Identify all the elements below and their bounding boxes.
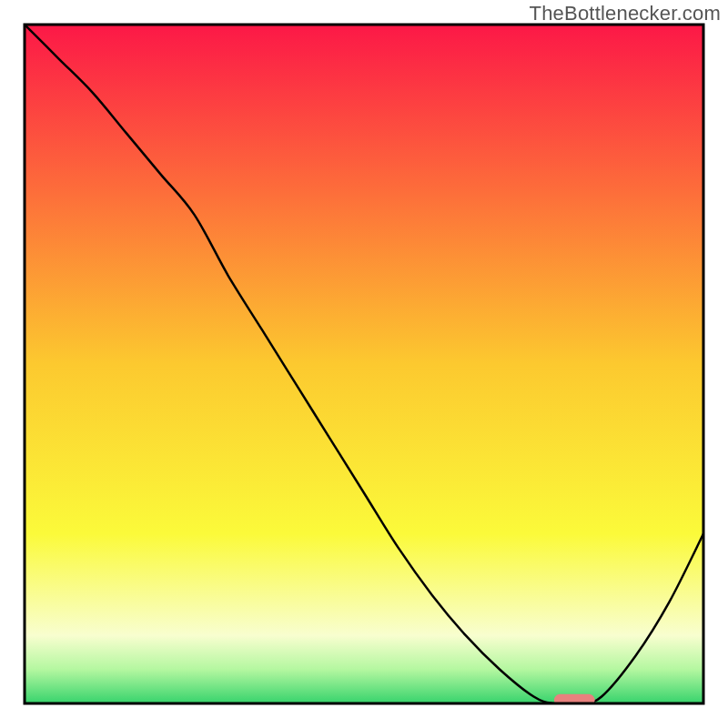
bottleneck-chart [0,0,728,728]
gradient-background [25,25,703,703]
watermark-label: TheBottlenecker.com [530,2,721,25]
